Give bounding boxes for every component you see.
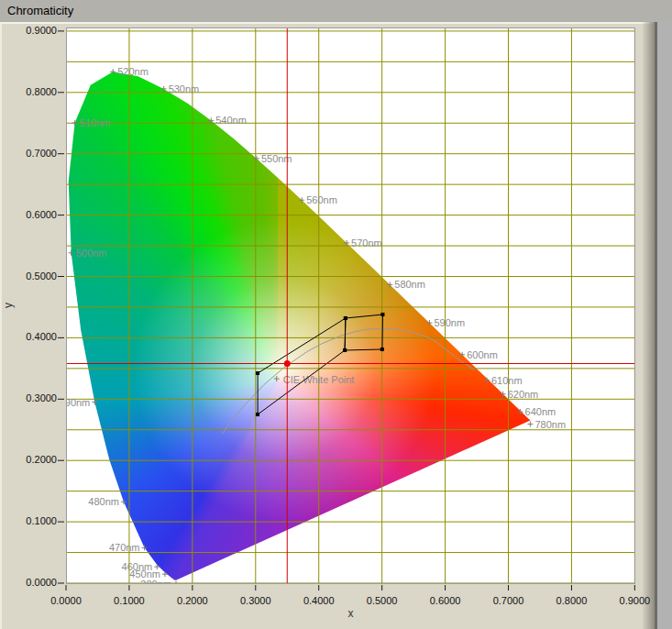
y-tick-label: 0.8000 xyxy=(11,86,57,98)
panel-bevel-edge xyxy=(655,22,657,629)
chromaticity-plot-area[interactable] xyxy=(66,28,635,584)
x-tick-label: 0.2000 xyxy=(171,595,215,606)
x-tick-label: 0.3000 xyxy=(234,595,278,606)
window-title-bar[interactable]: Chromaticity xyxy=(0,0,672,22)
cie-gamut-white-overlay xyxy=(67,28,634,583)
x-tick-label: 0.5000 xyxy=(360,595,404,606)
x-tick-label: 0.7000 xyxy=(487,595,531,606)
x-tick-label: 0.8000 xyxy=(549,595,593,606)
x-tick-label: 0.0000 xyxy=(44,595,88,606)
y-tick-label: 0.9000 xyxy=(11,25,57,37)
x-tick-label: 0.9000 xyxy=(612,595,656,606)
y-tick-label: 0.3000 xyxy=(11,392,57,404)
y-tick-label: 0.0000 xyxy=(11,577,57,589)
screenshot-root: { "window": { "title": "Chromaticity" },… xyxy=(0,0,672,629)
x-tick-label: 0.4000 xyxy=(297,595,341,606)
y-tick-label: 0.2000 xyxy=(11,454,57,466)
x-tick-label: 0.1000 xyxy=(107,595,151,606)
x-tick-label: 0.6000 xyxy=(424,595,468,606)
y-tick-label: 0.1000 xyxy=(11,515,57,527)
y-axis-caption: y xyxy=(2,303,15,308)
panel-bevel-shade xyxy=(642,22,655,629)
y-tick-label: 0.6000 xyxy=(11,209,57,221)
y-tick-label: 0.4000 xyxy=(11,331,57,343)
window-title: Chromaticity xyxy=(7,4,73,17)
y-tick-label: 0.7000 xyxy=(11,148,57,160)
x-axis-caption: x xyxy=(66,607,635,620)
y-tick-label: 0.5000 xyxy=(11,270,57,282)
